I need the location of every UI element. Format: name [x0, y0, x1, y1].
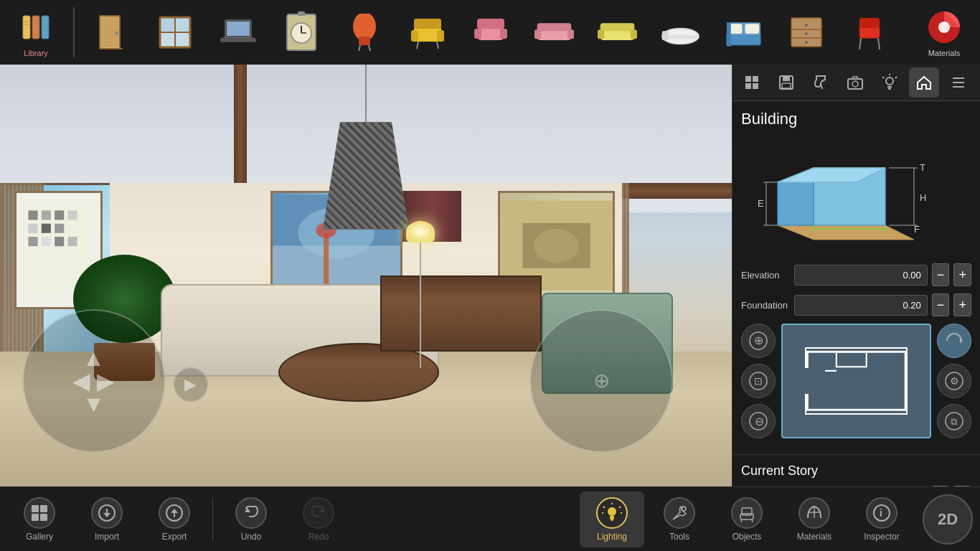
- top-tool-library[interactable]: Library: [7, 4, 65, 61]
- objects-label: Objects: [732, 532, 762, 542]
- foundation-decrease-button[interactable]: −: [932, 293, 950, 316]
- top-tool-sofa-yellow[interactable]: [588, 4, 646, 61]
- library-icon: [17, 8, 56, 47]
- svg-line-60: [878, 38, 880, 50]
- undo-icon: [235, 497, 267, 529]
- svg-rect-72: [42, 237, 51, 246]
- top-tool-tub[interactable]: [651, 4, 709, 61]
- right-tab-list[interactable]: [943, 67, 974, 98]
- svg-rect-42: [630, 29, 636, 39]
- right-tab-camera[interactable]: [840, 67, 870, 98]
- floor-lamp: [410, 221, 432, 369]
- dresser: [380, 276, 541, 352]
- top-tool-chair-pink[interactable]: [462, 4, 519, 61]
- svg-point-55: [805, 32, 808, 35]
- delete-floor-button[interactable]: ⊖: [741, 404, 776, 438]
- 2d-view-button[interactable]: 2D: [923, 494, 973, 545]
- svg-rect-41: [598, 29, 604, 39]
- right-panel: Building T H: [732, 65, 980, 486]
- main-viewport[interactable]: ▲◀ ▶▼ ▶ ⊕: [0, 65, 732, 486]
- window-icon: [156, 13, 195, 52]
- bottom-tool-lighting[interactable]: Lighting: [580, 491, 644, 547]
- top-tool-chair-red[interactable]: [841, 4, 898, 61]
- svg-rect-67: [68, 211, 77, 220]
- bottom-tool-import[interactable]: Import: [75, 491, 139, 547]
- redo-icon: [303, 497, 334, 529]
- svg-line-29: [417, 42, 418, 49]
- top-tool-clock[interactable]: [273, 4, 330, 61]
- nav-joystick-left[interactable]: ▲◀ ▶▼: [22, 309, 166, 453]
- sofa-pink-icon: [534, 13, 574, 52]
- top-tool-door[interactable]: [83, 4, 141, 61]
- top-tool-sofa-pink[interactable]: [525, 4, 583, 61]
- svg-line-96: [882, 77, 884, 78]
- nav-rotate-arrows: ⊕: [593, 371, 610, 391]
- top-tool-chair-orange[interactable]: [336, 4, 393, 61]
- door-icon: [93, 13, 132, 52]
- svg-text:⚙: ⚙: [950, 375, 959, 387]
- pendant-lamp: [323, 65, 409, 230]
- move-floor-button[interactable]: ⊡: [741, 364, 776, 398]
- top-tool-dresser[interactable]: [778, 4, 835, 61]
- right-tab-home[interactable]: [909, 67, 939, 98]
- current-story-title: Current Story: [741, 463, 971, 479]
- elevation-decrease-button[interactable]: −: [932, 263, 950, 286]
- right-tab-light[interactable]: [875, 67, 905, 98]
- bed-icon: [724, 13, 763, 52]
- bottom-tool-undo[interactable]: Undo: [219, 491, 283, 547]
- elevation-input[interactable]: [794, 265, 928, 286]
- foundation-increase-button[interactable]: +: [953, 293, 971, 316]
- lighting-icon: [596, 497, 628, 529]
- svg-text:i: i: [880, 507, 882, 519]
- bottom-tool-gallery[interactable]: Gallery: [7, 491, 72, 547]
- svg-rect-86: [753, 83, 758, 89]
- nav-joystick-right[interactable]: ⊕: [529, 309, 673, 453]
- armchair-yellow-icon: [408, 13, 448, 52]
- nav-forward-button[interactable]: ▶: [173, 367, 209, 402]
- svg-rect-20: [298, 11, 305, 16]
- top-tool-laptop[interactable]: [209, 4, 267, 61]
- chair-orange-icon: [345, 13, 385, 52]
- top-tool-armchair-yellow[interactable]: [399, 4, 456, 61]
- bottom-materials-icon: [798, 497, 830, 529]
- tools-label: Tools: [669, 532, 689, 542]
- bottom-tool-inspector[interactable]: i Inspector: [849, 491, 914, 547]
- bottom-tool-objects[interactable]: Objects: [715, 491, 779, 547]
- bottom-tool-materials[interactable]: Materials: [782, 491, 847, 547]
- svg-rect-88: [783, 76, 790, 81]
- inspector-label: Inspector: [864, 532, 899, 542]
- top-toolbar-divider-1: [73, 7, 75, 57]
- foundation-input[interactable]: [794, 295, 928, 316]
- top-tool-bed[interactable]: [715, 4, 772, 61]
- bottom-tool-export[interactable]: Export: [142, 491, 207, 547]
- svg-rect-85: [745, 83, 751, 89]
- svg-rect-27: [437, 30, 444, 42]
- svg-rect-135: [40, 505, 47, 512]
- settings-button[interactable]: ⚙: [937, 364, 971, 398]
- bottom-divider-1: [212, 498, 213, 541]
- svg-rect-32: [477, 19, 504, 29]
- add-floor-button[interactable]: ⊕: [741, 324, 776, 358]
- top-tool-materials[interactable]: Materials: [915, 4, 973, 61]
- svg-rect-66: [55, 211, 64, 220]
- sofa-yellow-icon: [598, 13, 637, 52]
- bottom-tool-redo[interactable]: Redo: [286, 491, 351, 547]
- svg-text:⊡: ⊡: [754, 375, 763, 387]
- elevation-increase-button[interactable]: +: [953, 263, 971, 286]
- right-tab-paint[interactable]: [806, 67, 836, 98]
- right-tab-objects[interactable]: [737, 67, 767, 98]
- foundation-label: Foundation: [741, 300, 790, 311]
- svg-rect-15: [227, 22, 250, 36]
- svg-rect-137: [40, 514, 47, 521]
- top-tool-materials-label: Materials: [928, 49, 961, 57]
- copy-button[interactable]: ⧉: [937, 404, 971, 438]
- tub-icon: [661, 13, 700, 52]
- rotate-view-button[interactable]: [937, 324, 971, 358]
- svg-rect-36: [537, 23, 571, 31]
- right-tab-save[interactable]: [771, 67, 801, 98]
- svg-rect-134: [32, 505, 39, 512]
- top-tool-window[interactable]: [146, 4, 204, 61]
- svg-rect-83: [745, 76, 751, 82]
- bottom-tool-tools[interactable]: Tools: [647, 491, 712, 547]
- top-tool-library-label: Library: [24, 49, 48, 57]
